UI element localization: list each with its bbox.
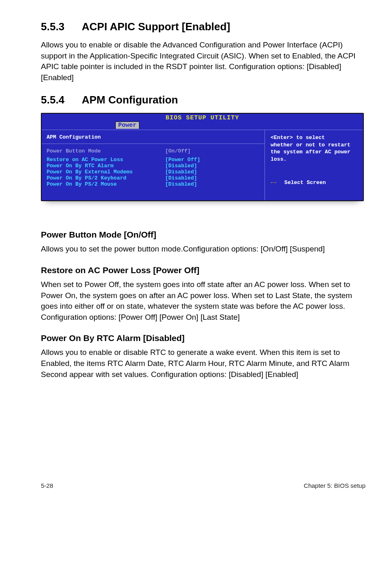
config-row: Power On By PS/2 Keyboard[Disabled] (47, 175, 260, 181)
config-label: Power On By RTC Alarm (47, 163, 165, 169)
page-number: 5-28 (41, 482, 53, 489)
config-label: Restore on AC Power Loss (47, 157, 165, 163)
config-value: [On/Off] (165, 148, 191, 154)
arrow-icon: ←→ (271, 180, 276, 186)
config-row: Restore on AC Power Loss[Power Off] (47, 157, 260, 163)
config-title: APM Configuration (47, 134, 260, 140)
config-label: Power Button Mode (47, 148, 165, 154)
section-heading-acpi: 5.5.3ACPI APIC Support [Enabled] (41, 20, 365, 33)
bios-tab-power: Power (115, 121, 139, 129)
chapter-label: Chapter 5: BIOS setup (304, 482, 365, 489)
config-row-selected: Power Button Mode[On/Off] (47, 148, 260, 154)
section-heading-apm: 5.5.4APM Configuration (41, 94, 365, 106)
config-label: Power On By External Modems (47, 169, 165, 175)
section-title: ACPI APIC Support [Enabled] (82, 20, 230, 33)
section-body-acpi: Allows you to enable or disable the Adva… (41, 40, 365, 83)
config-label: Power On By PS/2 Mouse (47, 181, 165, 187)
config-row: Power On By RTC Alarm[Disabled] (47, 163, 260, 169)
config-row: Power On By External Modems[Disabled] (47, 169, 260, 175)
bios-tab-row: Power (42, 121, 363, 130)
bios-help-panel: <Enter> to select whether or not to rest… (265, 130, 363, 200)
bios-config-panel: APM Configuration Power Button Mode[On/O… (42, 130, 265, 200)
sub-body-restore-ac: When set to Power Off, the system goes i… (41, 279, 365, 323)
section-title: APM Configuration (82, 94, 178, 106)
sub-heading-restore-ac: Restore on AC Power Loss [Power Off] (41, 265, 365, 275)
section-number: 5.5.3 (41, 20, 82, 33)
sub-body-rtc-alarm: Allows you to enable or disable RTC to g… (41, 347, 365, 380)
sub-body-power-button: Allows you to set the power button mode.… (41, 244, 365, 255)
bios-title: BIOS SETUP UTILITY (42, 114, 363, 121)
config-value: [Disabled] (165, 175, 197, 181)
nav-hint: ←→ Select Screen (271, 180, 358, 186)
config-label: Power On By PS/2 Keyboard (47, 175, 165, 181)
section-number: 5.5.4 (41, 94, 82, 106)
help-text-line2: whether or not to restart the system aft… (271, 141, 358, 163)
config-value: [Disabled] (165, 181, 197, 187)
config-value: [Power Off] (165, 157, 200, 163)
config-value: [Disabled] (165, 169, 197, 175)
help-text-line1: <Enter> to select (271, 134, 358, 141)
sub-heading-power-button: Power Button Mode [On/Off] (41, 230, 365, 240)
nav-text: Select Screen (285, 180, 326, 186)
sub-heading-rtc-alarm: Power On By RTC Alarm [Disabled] (41, 333, 365, 343)
page-footer: 5-28 Chapter 5: BIOS setup (41, 478, 365, 489)
config-row: Power On By PS/2 Mouse[Disabled] (47, 181, 260, 187)
config-value: [Disabled] (165, 163, 197, 169)
bios-screenshot: BIOS SETUP UTILITY Power APM Configurati… (41, 113, 364, 201)
